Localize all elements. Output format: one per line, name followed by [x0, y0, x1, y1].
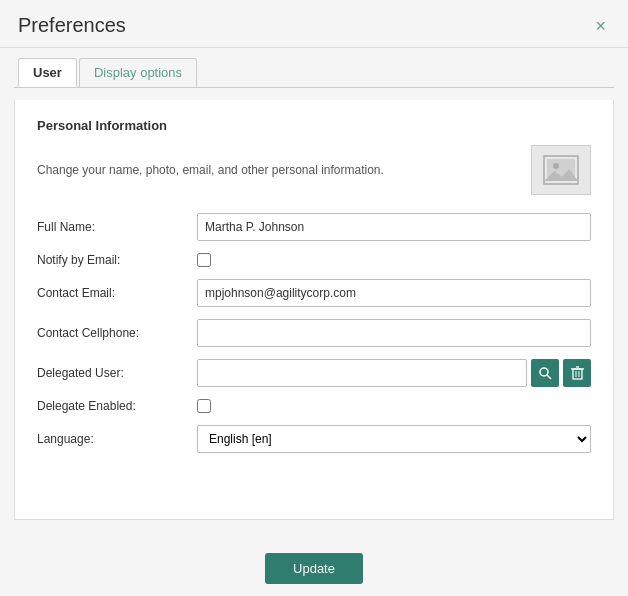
- search-icon: [539, 367, 552, 380]
- photo-section: Change your name, photo, email, and othe…: [37, 145, 591, 195]
- user-panel: Personal Information Change your name, p…: [14, 100, 614, 520]
- dialog-title: Preferences: [18, 14, 126, 37]
- update-button[interactable]: Update: [265, 553, 363, 584]
- svg-line-5: [547, 375, 551, 379]
- tab-user[interactable]: User: [18, 58, 77, 87]
- delegated-user-search-button[interactable]: [531, 359, 559, 387]
- svg-point-2: [553, 163, 559, 169]
- language-row: Language: English [en]: [37, 425, 591, 453]
- content-area: Personal Information Change your name, p…: [0, 88, 628, 541]
- contact-email-input[interactable]: [197, 279, 591, 307]
- notify-email-row: Notify by Email:: [37, 253, 591, 267]
- tabs-container: User Display options: [0, 48, 628, 87]
- section-title: Personal Information: [37, 118, 591, 133]
- dialog-header: Preferences ×: [0, 0, 628, 48]
- notify-email-checkbox[interactable]: [197, 253, 211, 267]
- close-button[interactable]: ×: [591, 15, 610, 37]
- delegated-user-input[interactable]: [197, 359, 527, 387]
- preferences-dialog: Preferences × User Display options Perso…: [0, 0, 628, 596]
- photo-placeholder[interactable]: [531, 145, 591, 195]
- dialog-footer: Update: [0, 541, 628, 596]
- trash-icon: [571, 366, 584, 380]
- svg-point-4: [540, 368, 548, 376]
- contact-cellphone-input[interactable]: [197, 319, 591, 347]
- svg-rect-6: [573, 369, 582, 379]
- tab-display-options[interactable]: Display options: [79, 58, 197, 87]
- delegated-user-delete-button[interactable]: [563, 359, 591, 387]
- language-label: Language:: [37, 432, 197, 446]
- delegated-user-row: Delegated User:: [37, 359, 591, 387]
- full-name-row: Full Name:: [37, 213, 591, 241]
- delegate-controls: [197, 359, 591, 387]
- delegate-enabled-label: Delegate Enabled:: [37, 399, 197, 413]
- contact-cellphone-row: Contact Cellphone:: [37, 319, 591, 347]
- delegated-user-label: Delegated User:: [37, 366, 197, 380]
- full-name-input[interactable]: [197, 213, 591, 241]
- notify-email-label: Notify by Email:: [37, 253, 197, 267]
- contact-email-row: Contact Email:: [37, 279, 591, 307]
- delegate-enabled-row: Delegate Enabled:: [37, 399, 591, 413]
- photo-icon: [543, 155, 579, 185]
- full-name-label: Full Name:: [37, 220, 197, 234]
- photo-description: Change your name, photo, email, and othe…: [37, 161, 511, 179]
- language-select[interactable]: English [en]: [197, 425, 591, 453]
- contact-email-label: Contact Email:: [37, 286, 197, 300]
- contact-cellphone-label: Contact Cellphone:: [37, 326, 197, 340]
- delegate-enabled-checkbox[interactable]: [197, 399, 211, 413]
